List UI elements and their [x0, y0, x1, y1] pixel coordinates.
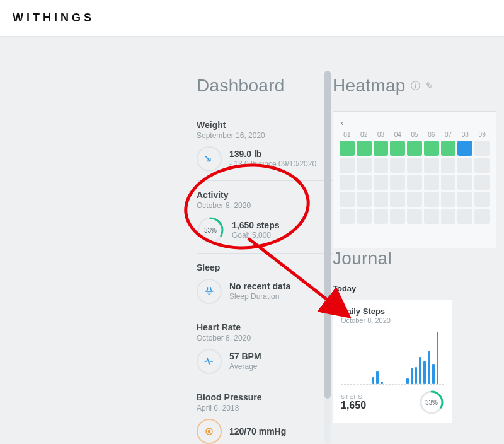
heatmap-cell[interactable] — [390, 192, 405, 207]
heatmap-cell[interactable] — [374, 175, 389, 190]
heatmap-heading: Heatmap ⓘ ✎ — [333, 76, 504, 96]
heatmap-cell[interactable] — [441, 175, 456, 190]
weight-title: Weight — [197, 120, 333, 130]
help-icon[interactable]: ⓘ — [411, 80, 420, 92]
chart-bar — [411, 368, 413, 384]
journal-heading: Journal — [333, 248, 504, 269]
chart-bar — [437, 332, 439, 384]
heatmap-row — [340, 192, 490, 207]
heatmap-cell[interactable] — [407, 192, 422, 207]
heatmap-cell[interactable] — [340, 192, 355, 207]
bp-title: Blood Pressure — [197, 392, 333, 402]
heatmap-cell[interactable] — [407, 175, 422, 190]
sleep-widget[interactable]: Sleep No recent data Sleep Duration — [197, 254, 333, 313]
chart-bar — [372, 377, 375, 384]
heatmap-day-label: 07 — [441, 131, 456, 138]
heart-widget[interactable]: Heart Rate October 8, 2020 57 BPM Averag… — [197, 313, 333, 383]
heatmap-cell[interactable] — [357, 141, 372, 156]
heatmap-cell[interactable] — [390, 141, 405, 156]
dashboard-heading: Dashboard — [197, 76, 333, 96]
heatmap-cell[interactable] — [474, 141, 490, 156]
heatmap-cell[interactable] — [340, 141, 355, 156]
activity-percent: 33% — [197, 216, 224, 244]
heatmap-cell[interactable] — [357, 192, 372, 207]
heatmap-day-label: 09 — [474, 131, 490, 138]
heatmap-grid[interactable] — [337, 141, 492, 224]
heatmap-cell[interactable] — [474, 192, 490, 207]
scrollbar-thumb[interactable] — [324, 71, 331, 399]
heatmap-cell[interactable] — [407, 141, 422, 156]
topbar: WITHINGS — [0, 0, 504, 37]
heatmap-cell[interactable] — [474, 175, 490, 190]
heatmap-cell[interactable] — [390, 158, 405, 173]
svg-point-3 — [208, 430, 210, 432]
heatmap-cell[interactable] — [441, 192, 456, 207]
heatmap-cell[interactable] — [474, 158, 490, 173]
journal-progress-ring: 33% — [419, 390, 444, 415]
weight-delta: - 13.0 lb since 09/10/2020 — [229, 160, 316, 170]
heatmap-cell[interactable] — [457, 158, 472, 173]
heatmap-cell[interactable] — [390, 175, 405, 190]
heatmap-cell[interactable] — [340, 209, 355, 224]
heatmap-day-label: 04 — [390, 131, 405, 138]
heart-date: October 8, 2020 — [197, 334, 333, 342]
heatmap-cell[interactable] — [374, 192, 389, 207]
heatmap-cell[interactable] — [407, 158, 422, 173]
content: Dashboard Weight September 16, 2020 139.… — [0, 37, 504, 444]
scrollbar-rail[interactable] — [324, 71, 331, 444]
heatmap-cell[interactable] — [340, 175, 355, 190]
heatmap-cell[interactable] — [457, 175, 472, 190]
heatmap-cell[interactable] — [457, 192, 472, 207]
heatmap-cell[interactable] — [357, 175, 372, 190]
journal-percent: 33% — [419, 390, 444, 415]
heatmap-cell[interactable] — [357, 158, 372, 173]
heatmap-prev-button[interactable]: ‹ — [337, 118, 492, 131]
heatmap-cell[interactable] — [407, 209, 422, 224]
heart-value: 57 BPM — [229, 351, 261, 361]
bp-date: April 6, 2018 — [197, 404, 333, 412]
bp-icon — [197, 419, 222, 444]
heatmap-row — [340, 175, 490, 190]
heatmap-cell[interactable] — [374, 141, 389, 156]
heatmap-cell[interactable] — [374, 158, 389, 173]
heatmap-cell[interactable] — [441, 209, 456, 224]
heatmap-cell[interactable] — [340, 158, 355, 173]
sleep-title: Sleep — [197, 262, 333, 272]
sleep-value: No recent data — [229, 281, 290, 291]
journal-steps-label: STEPS — [341, 394, 366, 400]
heart-sub: Average — [229, 362, 261, 372]
heatmap-cell[interactable] — [441, 158, 456, 173]
heatmap-cell[interactable] — [424, 209, 439, 224]
sleep-sub: Sleep Duration — [229, 292, 290, 302]
heatmap-cell[interactable] — [457, 141, 472, 156]
heatmap-cell[interactable] — [457, 209, 472, 224]
bp-widget[interactable]: Blood Pressure April 6, 2018 120/70 mmHg — [197, 383, 333, 444]
activity-progress-ring: 33% — [197, 216, 224, 244]
heatmap-cell[interactable] — [424, 192, 439, 207]
heatmap-cell[interactable] — [424, 158, 439, 173]
heatmap-cell[interactable] — [441, 141, 456, 156]
heatmap-day-label: 05 — [407, 131, 422, 138]
activity-widget[interactable]: Activity October 8, 2020 33% 1,650 steps… — [197, 181, 333, 254]
heatmap-day-label: 06 — [424, 131, 439, 138]
activity-goal: Goal: 5,000 — [232, 231, 280, 241]
heatmap-cell[interactable] — [374, 209, 389, 224]
journal-steps-value: 1,650 — [341, 400, 366, 411]
heatmap-row — [340, 158, 490, 173]
chart-bar — [423, 361, 426, 384]
heatmap-cell[interactable] — [474, 209, 490, 224]
heatmap-cell[interactable] — [424, 141, 439, 156]
heatmap-cell[interactable] — [424, 175, 439, 190]
heatmap-cell[interactable] — [357, 209, 372, 224]
heart-title: Heart Rate — [197, 322, 333, 332]
sleep-icon — [197, 279, 222, 304]
chart-bar — [376, 371, 379, 384]
chart-bar — [432, 364, 435, 384]
heatmap-cell[interactable] — [390, 209, 405, 224]
heatmap-heading-text: Heatmap — [333, 76, 406, 96]
edit-icon[interactable]: ✎ — [425, 80, 433, 91]
chart-bar — [415, 367, 418, 384]
journal-card-daily-steps[interactable]: Daily Steps October 8, 2020 STEPS 1,650 … — [333, 300, 452, 423]
dashboard-panel: Dashboard Weight September 16, 2020 139.… — [197, 37, 333, 444]
weight-widget[interactable]: Weight September 16, 2020 139.0 lb - 13.… — [197, 111, 333, 181]
